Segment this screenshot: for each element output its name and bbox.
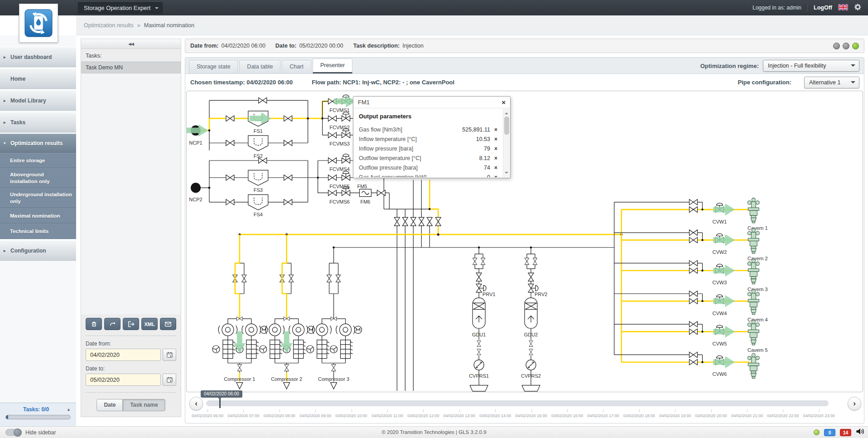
alerts-badge[interactable]: 14 [840,429,851,436]
remove-icon[interactable]: × [490,155,497,161]
sidebar-item-maximal-nomination[interactable]: Maximal nomination [0,208,76,224]
sidebar-item-configuration[interactable]: ▸ Configuration [0,240,76,261]
app-logo[interactable] [19,4,58,43]
logoff-button[interactable]: LogOff [814,5,832,11]
timeline-handle[interactable] [219,399,221,408]
sidebar-item-optimization-results[interactable]: ▾ Optimization results [0,134,76,153]
breadcrumb-current: Maximal nomination [144,22,194,29]
messages-badge[interactable]: 0 [824,429,835,436]
remove-icon[interactable]: × [490,127,497,133]
manifold-section[interactable] [239,180,622,391]
parameter-row: Outflow pressure [bara] 74 × [359,163,497,172]
app-menu-button[interactable]: Storage Operation Expert [78,2,163,14]
tab-data-table[interactable]: Data table [239,60,280,73]
sidebar-item-underground-installation-only[interactable]: Underground installation only [0,188,76,208]
timeline-tick-label: 04/02/2020 17:00 [582,414,624,418]
timeline-tick-label: 04/02/2020 21:00 [726,414,768,418]
app-menu-label: Storage Operation Expert [84,5,150,11]
collapse-panel-button[interactable]: ◀◀ [81,39,181,49]
speaker-icon[interactable] [856,428,864,437]
info-task-description-value: Injection [402,43,424,49]
collapse-up-icon[interactable]: ▲ [67,407,71,412]
sidebar-item-user-dashboard[interactable]: ▸ User dashboard [0,47,76,67]
timeline-tick-label: 04/02/2020 10:00 [331,414,372,418]
language-flag-icon[interactable] [838,4,848,12]
date-from-calendar-button[interactable] [163,349,176,361]
gdu2-section[interactable]: PRV2 GDU2 CVPRS2 [521,248,547,391]
timeline-tick-label: 04/02/2020 09:00 [294,414,336,418]
pipe-configuration-select[interactable]: Alternative 1 [804,77,859,88]
parameter-value: 525,891.11 [462,127,490,133]
timestamp-timeline: ‹ 04/02/2020 06:00 04/02/2020 06:0004/02… [189,394,860,423]
gdu1-section[interactable]: PRV1 GDU1 CVPRS1 [469,248,495,391]
sidebar-item-label: Model Library [10,97,46,104]
fm1-parameters-popup: FM1 × Output parameters Gas flow [Nm3/h]… [353,96,511,178]
tab-chart[interactable]: Chart [282,60,311,73]
remove-icon[interactable]: × [490,146,497,152]
logged-in-text: Logged in as: admin [752,5,801,11]
timeline-tick-label: 04/02/2020 19:00 [654,414,696,418]
sort-by-task-name-button[interactable]: Task name [123,399,165,411]
delete-task-button[interactable] [86,318,102,330]
caverns-section[interactable]: CVW1 Cavern 1 CVW2 Cavern 2 CVW3 Cavern … [614,198,768,379]
remove-icon[interactable]: × [490,174,497,178]
breadcrumb-parent[interactable]: Optimization results [84,22,134,29]
timeline-prev-button[interactable]: ‹ [189,397,203,410]
parameter-row: Gas flow [Nm3/h] 525,891.11 × [359,125,497,134]
send-mail-button[interactable] [160,318,176,330]
ncp2-section[interactable]: NCP2 FS3 FS4 [189,158,319,218]
info-task-description-label: Task description: [353,43,400,49]
breadcrumb-separator: » [137,22,140,29]
remove-icon[interactable]: × [490,136,497,142]
close-icon[interactable]: × [502,99,506,106]
sidebar-item-label: User dashboard [10,54,52,60]
timeline-tick-label: 04/02/2020 07:00 [222,414,264,418]
sort-by-date-button[interactable]: Date [96,399,123,411]
label-cvw5: CVW5 [713,341,727,346]
sidebar-item-tasks[interactable]: ▸ Tasks [0,112,76,132]
date-to-calendar-button[interactable] [163,374,176,386]
popup-scrollbar[interactable] [503,109,510,177]
optimization-regime-label: Optimization regime: [700,63,759,69]
export-xml-button[interactable]: XML [141,318,158,330]
rerun-task-button[interactable] [104,318,121,330]
label-cavern-4: Cavern 4 [747,317,768,322]
label-fs4: FS4 [254,212,263,217]
sidebar-item-home[interactable]: Home [0,68,76,89]
tasks-panel: ◀◀ Tasks: Task Demo MN XML Date from: 04… [81,39,181,417]
tabs-bar: Storage state Data table Chart Presenter… [185,58,864,74]
date-from-input[interactable]: 04/02/2020 [86,349,161,361]
tab-presenter[interactable]: Presenter [313,58,352,73]
sidebar-item-technical-limits[interactable]: Technical limits [0,224,76,239]
export-task-button[interactable] [123,318,139,330]
scroll-up-icon[interactable] [505,111,508,114]
compressors-section[interactable]: Compressor 1 Compressor 2 Compressor 3 [212,234,362,389]
timeline-tick-label: 04/02/2020 23:00 [798,414,840,418]
scroll-down-icon[interactable] [505,172,508,175]
parameter-row: Inflow temperature [°C] 10.53 × [359,134,497,144]
status-indicator-green [852,43,859,49]
label-fs2: FS2 [254,153,263,159]
flow-diagram-canvas[interactable]: NCP1 FS1 FS2 NCP2 FS3 FS4 [186,91,863,392]
optimization-regime-select[interactable]: Injection - Full flexibility [763,60,859,72]
timeline-next-button[interactable]: › [848,397,861,410]
parameter-value: 79 [484,146,490,152]
label-fs3: FS3 [254,187,263,193]
sidebar-item-entire-storage[interactable]: Entire storage [0,153,76,168]
sidebar-item-aboveground-installation-only[interactable]: Aboveground installation only [0,168,76,188]
gear-icon[interactable] [854,3,862,12]
calendar-icon [166,376,173,383]
label-compressor-2: Compressor 2 [271,376,302,381]
ncp1-section[interactable]: NCP1 FS1 FS2 [187,97,353,159]
timeline-tick-label: 04/02/2020 18:00 [618,414,660,418]
timeline-track[interactable] [206,400,829,406]
timeline-tick-label: 04/02/2020 20:00 [690,414,732,418]
timeline-tooltip: 04/02/2020 06:00 [201,390,242,398]
sidebar-item-model-library[interactable]: ▸ Model Library [0,90,76,111]
task-list-item[interactable]: Task Demo MN [81,62,181,73]
scrollbar-thumb[interactable] [504,117,509,135]
tab-storage-state[interactable]: Storage state [189,60,238,73]
date-to-input[interactable]: 05/02/2020 [86,374,161,386]
remove-icon[interactable]: × [490,165,497,171]
sidebar-item-label: Underground installation only [10,191,72,205]
